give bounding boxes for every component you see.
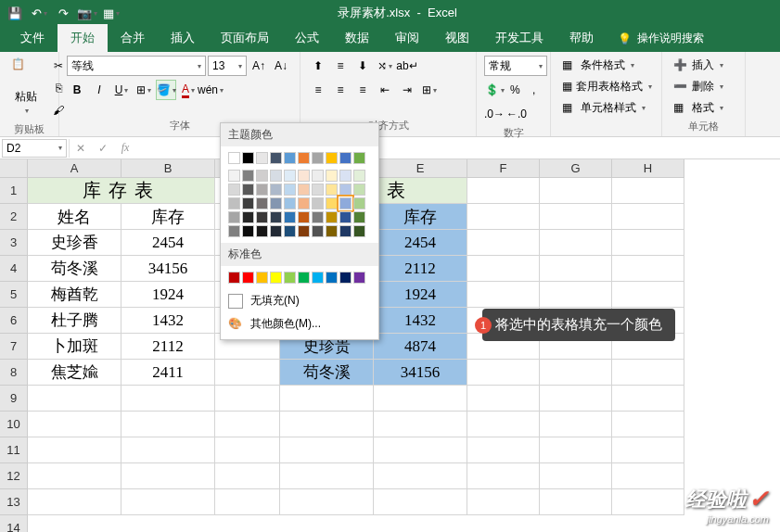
cell[interactable]: 34156 (374, 360, 467, 386)
color-swatch[interactable] (312, 272, 324, 284)
redo-icon[interactable]: ↷ (56, 6, 70, 20)
color-swatch[interactable] (270, 184, 282, 196)
cell[interactable] (215, 386, 280, 412)
merge-button[interactable]: ⊞▾ (419, 80, 440, 100)
color-swatch[interactable] (353, 184, 365, 196)
cell[interactable]: 1924 (121, 282, 215, 308)
row-header[interactable]: 2 (0, 204, 28, 230)
cell[interactable]: 库存 (121, 204, 215, 230)
color-swatch[interactable] (242, 211, 254, 223)
insert-cells-button[interactable]: ➕插入▾ (670, 56, 737, 75)
increase-decimal-icon[interactable]: .0→ (484, 104, 505, 124)
cell[interactable] (28, 412, 121, 437)
col-header-A[interactable]: A (28, 159, 121, 178)
cell[interactable] (374, 489, 467, 515)
align-middle-icon[interactable]: ≡ (330, 56, 351, 76)
currency-icon[interactable]: 💲▾ (484, 80, 505, 100)
cell[interactable] (374, 437, 467, 463)
cell[interactable] (467, 282, 540, 308)
color-swatch[interactable] (326, 197, 338, 209)
cell[interactable]: 2411 (121, 360, 215, 386)
col-header-E[interactable]: E (374, 159, 467, 178)
tell-me-search[interactable]: 💡 操作说明搜索 (607, 25, 715, 52)
cell[interactable] (612, 437, 684, 463)
col-header-B[interactable]: B (121, 159, 215, 178)
color-swatch[interactable] (270, 197, 282, 209)
color-swatch[interactable] (284, 225, 296, 237)
wrap-text-icon[interactable]: ab↵ (397, 56, 417, 76)
cell[interactable] (280, 412, 374, 437)
save-icon[interactable]: 💾 (7, 6, 22, 20)
cell[interactable] (612, 230, 684, 256)
tab-help[interactable]: 帮助 (556, 24, 607, 52)
cell[interactable] (280, 437, 374, 463)
cell[interactable]: 焦芝婾 (28, 360, 121, 386)
cell[interactable] (540, 463, 612, 489)
cell[interactable] (28, 437, 121, 463)
align-bottom-icon[interactable]: ⬇ (352, 56, 373, 76)
color-swatch[interactable] (242, 184, 254, 196)
cell[interactable] (540, 204, 612, 230)
cell[interactable] (467, 489, 540, 515)
color-swatch[interactable] (353, 152, 365, 164)
tab-developer[interactable]: 开发工具 (482, 24, 556, 52)
tab-view[interactable]: 视图 (432, 24, 482, 52)
color-swatch[interactable] (339, 170, 352, 182)
cell[interactable]: 卜加斑 (28, 334, 121, 360)
row-header[interactable]: 14 (0, 515, 28, 532)
camera-icon[interactable]: 📷▾ (80, 6, 95, 20)
cell[interactable] (540, 178, 612, 204)
color-swatch[interactable] (242, 170, 254, 182)
cell[interactable] (215, 412, 280, 437)
color-swatch[interactable] (298, 211, 310, 223)
cell[interactable]: 苟冬溪 (280, 360, 374, 386)
cell[interactable] (540, 230, 612, 256)
cell[interactable] (540, 412, 612, 437)
color-swatch[interactable] (242, 152, 254, 164)
cell[interactable]: 4874 (374, 334, 467, 360)
color-swatch[interactable] (339, 197, 352, 209)
cell[interactable] (215, 437, 280, 463)
cell[interactable] (280, 489, 374, 515)
color-swatch[interactable] (228, 152, 240, 164)
color-swatch[interactable] (298, 225, 310, 237)
table-icon[interactable]: ▦▾ (104, 6, 119, 20)
tab-data[interactable]: 数据 (332, 24, 382, 52)
color-swatch[interactable] (270, 170, 282, 182)
row-header[interactable]: 7 (0, 334, 28, 360)
tab-review[interactable]: 审阅 (382, 24, 432, 52)
cell[interactable]: 史珍香 (28, 230, 121, 256)
increase-indent-icon[interactable]: ⇥ (397, 80, 417, 100)
cell-style-button[interactable]: ▦单元格样式▾ (558, 98, 654, 118)
cell[interactable] (121, 386, 215, 412)
row-header[interactable]: 6 (0, 308, 28, 334)
cell[interactable]: 杜子腾 (28, 308, 121, 334)
color-swatch[interactable] (353, 272, 365, 284)
cell[interactable]: 梅酋乾 (28, 282, 121, 308)
cell[interactable] (612, 178, 684, 204)
delete-cells-button[interactable]: ➖删除▾ (670, 77, 737, 96)
color-swatch[interactable] (228, 272, 240, 284)
align-center-icon[interactable]: ≡ (330, 80, 351, 100)
phonetic-button[interactable]: wén▾ (200, 80, 221, 100)
paste-button[interactable]: 📋 粘贴 ▾ (7, 56, 45, 117)
cell[interactable] (467, 463, 540, 489)
color-swatch[interactable] (326, 152, 338, 164)
color-swatch[interactable] (242, 272, 254, 284)
color-swatch[interactable] (339, 272, 352, 284)
color-swatch[interactable] (298, 170, 310, 182)
color-swatch[interactable] (284, 184, 296, 196)
color-swatch[interactable] (256, 225, 268, 237)
color-swatch[interactable] (284, 211, 296, 223)
enter-formula-icon[interactable]: ✓ (92, 142, 114, 155)
color-swatch[interactable] (298, 184, 310, 196)
cell[interactable] (540, 256, 612, 282)
tab-insert[interactable]: 插入 (158, 24, 208, 52)
tab-formulas[interactable]: 公式 (282, 24, 332, 52)
cell[interactable]: 2112 (374, 256, 467, 282)
font-color-button[interactable]: A▾ (178, 80, 198, 100)
color-swatch[interactable] (270, 225, 282, 237)
color-swatch[interactable] (312, 211, 324, 223)
select-all-corner[interactable] (0, 159, 28, 178)
cell[interactable] (467, 178, 540, 204)
